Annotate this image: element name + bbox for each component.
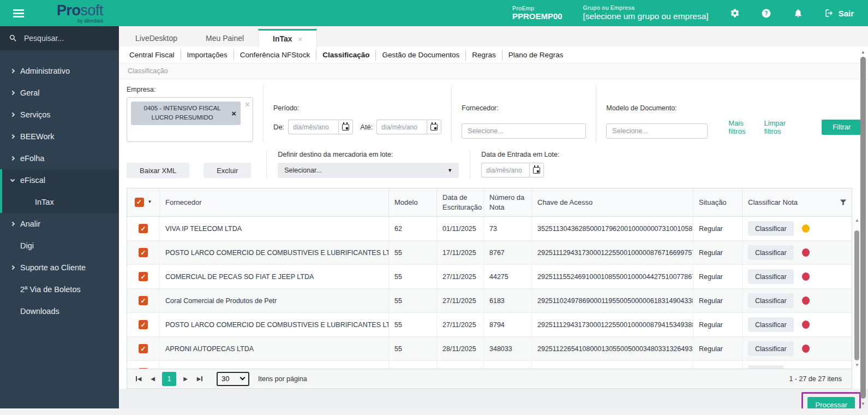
row-checkbox[interactable]: ✓ [139,272,148,281]
filter-funnel-icon[interactable] [839,198,847,206]
status-dot [802,272,810,281]
periodo-de-input[interactable] [288,120,338,134]
cell-data-escrituracao: 27/11/2025 [437,313,484,336]
fornecedor-select[interactable] [462,123,586,139]
column-header-classificar-nota[interactable]: Classificar Nota [748,198,798,208]
classificar-button[interactable]: Classificar [748,317,794,332]
subtab-gestao-de-documentos[interactable]: Gestão de Documentos [376,50,466,61]
logout-button[interactable]: Sair [824,8,854,18]
subtab-plano-de-regras[interactable]: Plano de Regras [502,50,570,61]
column-header-modelo[interactable]: Modelo [389,188,437,216]
data-entrada-calendar-icon[interactable] [529,163,544,177]
table-row: ✓ POSTO LARCO COMERCIO DE COMBUSTIVEIS E… [127,313,852,337]
excluir-button[interactable]: Excluir [203,163,251,178]
pager-last-button[interactable]: ▶ [193,372,207,386]
settings-gear-icon[interactable] [729,8,740,19]
classificar-button[interactable]: Classificar [748,341,794,356]
sidebar-item-analir[interactable]: Analir [0,213,119,235]
pager-next-button[interactable]: ▶ [178,372,193,386]
row-checkbox[interactable]: ✓ [139,296,148,305]
sidebar-item-beework[interactable]: BEEWork [0,126,119,147]
classificar-button[interactable] [748,365,784,369]
periodo-ate-calendar-icon[interactable] [427,120,441,134]
row-checkbox[interactable]: ✓ [139,248,148,257]
periodo-ate-input[interactable] [376,120,427,134]
sidebar-item-label: Digi [20,241,34,250]
pager-previous-button[interactable]: ◀ [146,372,160,386]
hamburger-menu-icon[interactable] [13,8,24,19]
baixar-xml-button[interactable]: Baixar XML [127,163,189,178]
row-checkbox[interactable]: ✓ [139,320,148,329]
empresa-clear-all-icon[interactable]: × [245,100,250,110]
modelo-documento-select[interactable] [606,123,708,139]
grupo-empresa-selector[interactable]: Grupo ou Empresa [selecione um grupo ou … [583,4,709,21]
pager-first-button[interactable]: ◀ [131,372,146,386]
cell-chave-acesso: 2925111294317300012255001000008794153493… [532,313,693,336]
sidebar-item-suporte-ao-cliente[interactable]: Suporte ao Cliente [0,257,119,278]
sidebar-item-administrativo[interactable]: Administrativo [0,60,119,82]
tab-intax[interactable]: InTax × [258,29,317,47]
classificar-button[interactable]: Classificar [748,245,794,260]
tab-meu-painel[interactable]: Meu Painel [191,29,258,47]
limpar-filtros-link[interactable]: Limpar filtros [764,119,786,135]
sidebar-item-efolha[interactable]: eFolha [0,147,119,169]
periodo-de-calendar-icon[interactable] [338,120,353,134]
classificar-button[interactable]: Classificar [748,221,794,236]
sidebar-item-label: Downloads [20,307,59,316]
sidebar-item-efiscal[interactable]: eFiscal [2,169,119,191]
notifications-bell-icon[interactable] [793,8,804,19]
page-scrollbar-thumb[interactable] [860,57,866,399]
empresa-multiselect[interactable]: 0405 - INTENSIVO FISCAL LUCRO PRESUMIDO … [127,97,253,142]
select-all-checkbox[interactable]: ✓ [135,198,144,207]
sidebar-item-label: 2ª Via de Boletos [20,285,81,294]
subtab-classificacao[interactable]: Classificação [316,50,376,61]
sidebar-item-downloads[interactable]: Downloads [0,300,119,322]
sidebar-item-digi[interactable]: Digi [0,235,119,257]
row-checkbox[interactable]: ✓ [139,368,148,369]
row-checkbox[interactable]: ✓ [139,224,148,233]
sidebar-search-input[interactable] [24,34,106,43]
sidebar-item-geral[interactable]: Geral [0,82,119,104]
sidebar-item-label: BEEWork [20,132,55,141]
classificar-button[interactable]: Classificar [748,293,794,308]
page-scroll-up-icon[interactable]: ▲ [859,50,867,55]
subtab-importacoes[interactable]: Importações [181,50,234,61]
pagination-bar: ◀ ◀ 1 ▶ ▶ 30 Itens por página 1 - 27 de … [127,369,852,389]
column-header-situacao[interactable]: Situação [693,188,743,216]
table-scrollbar-thumb[interactable] [854,230,859,360]
sidebar-item-servicos[interactable]: Serviços [0,104,119,126]
subtab-regras[interactable]: Regras [466,50,502,61]
cell-fornecedor: POSTO LARCO COMERCIO DE COMBUSTIVEIS E L… [160,241,389,264]
column-header-numero-nota[interactable]: Número da Nota [484,188,532,216]
column-header-fornecedor[interactable]: Fornecedor [160,188,389,216]
column-header-chave-acesso[interactable]: Chave de Acesso [532,188,693,216]
subtab-central-fiscal[interactable]: Central Fiscal [123,50,181,61]
help-icon[interactable]: ? [761,8,772,19]
sidebar-item-intax[interactable]: InTax [2,191,119,213]
mais-filtros-link[interactable]: Mais filtros [728,119,745,135]
filtrar-button[interactable]: Filtrar [822,120,861,135]
page-scroll-down-icon[interactable]: ▼ [859,401,867,406]
destino-lote-dropdown[interactable]: Selecionar... ▼ [278,163,459,178]
page-size-select[interactable]: 30 [217,372,249,386]
page-scrollbar[interactable]: ▲ ▼ [859,48,867,407]
cell-numero-nota [484,361,532,369]
column-header-data-escrituracao[interactable]: Data de Escrituração [437,188,484,216]
cell-fornecedor: COMERCIAL DE PECAS SO FIAT E JEEP LTDA [160,265,389,288]
empresa-chip-remove-icon[interactable]: × [231,109,236,118]
tab-livedesktop[interactable]: LiveDesktop [121,29,191,47]
status-dot [802,297,810,305]
subtab-conferencia-nfstock[interactable]: Conferência NFStock [234,50,316,61]
sidebar-item-2-via-de-boletos[interactable]: 2ª Via de Boletos [0,278,119,300]
row-checkbox[interactable]: ✓ [139,344,148,353]
data-entrada-lote-input[interactable] [481,163,529,177]
classificar-button[interactable]: Classificar [748,269,794,284]
pager-page-1[interactable]: 1 [162,372,176,386]
processar-button[interactable]: Processar [807,397,855,408]
tab-close-icon[interactable]: × [298,34,303,44]
cell-numero-nota: 44275 [484,265,532,288]
sidebar-search[interactable] [0,26,119,50]
tab-label: InTax [273,34,292,43]
select-dropdown-icon[interactable]: ▼ [148,199,152,205]
filter-panel: Empresa: 0405 - INTENSIVO FISCAL LUCRO P… [119,79,868,186]
